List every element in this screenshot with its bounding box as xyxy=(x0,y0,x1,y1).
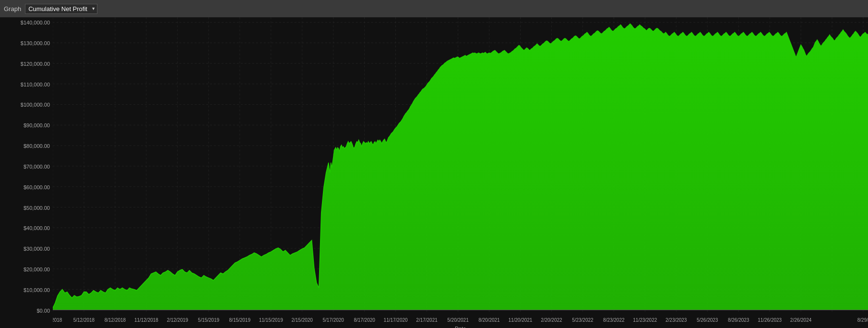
y-tick-14: $140,000.00 xyxy=(20,20,53,25)
y-tick-7: $70,000.00 xyxy=(20,164,53,170)
svg-text:2/15/2020: 2/15/2020 xyxy=(291,317,313,323)
svg-text:11/20/2021: 11/20/2021 xyxy=(508,317,532,323)
toolbar: Graph Cumulative Net Profit Net Profit D… xyxy=(0,0,868,17)
y-axis-labels: $140,000.00 $130,000.00 $120,000.00 $110… xyxy=(10,17,53,328)
chart-plot: 1/2/2018 5/12/2018 8/12/2018 11/12/2018 … xyxy=(53,17,868,328)
svg-text:11/26/2023: 11/26/2023 xyxy=(758,317,782,323)
svg-text:11/23/2022: 11/23/2022 xyxy=(633,317,657,323)
svg-text:8/20/2021: 8/20/2021 xyxy=(478,317,500,323)
svg-text:5/17/2020: 5/17/2020 xyxy=(322,317,344,323)
svg-text:8/12/2018: 8/12/2018 xyxy=(105,317,126,323)
svg-text:2/20/2022: 2/20/2022 xyxy=(541,317,562,323)
svg-text:5/26/2023: 5/26/2023 xyxy=(697,317,718,323)
chart-fill-area xyxy=(53,24,868,310)
svg-text:5/23/2022: 5/23/2022 xyxy=(572,317,594,323)
svg-text:8/23/2022: 8/23/2022 xyxy=(603,317,625,323)
svg-text:8/29/2024: 8/29/2024 xyxy=(857,317,868,323)
graph-type-select-wrapper[interactable]: Cumulative Net Profit Net Profit Drawdow… xyxy=(25,4,97,14)
graph-type-select[interactable]: Cumulative Net Profit Net Profit Drawdow… xyxy=(25,4,97,14)
chart-svg: 1/2/2018 5/12/2018 8/12/2018 11/12/2018 … xyxy=(53,17,868,328)
x-axis-labels: 1/2/2018 5/12/2018 8/12/2018 11/12/2018 … xyxy=(53,317,868,323)
y-tick-5: $50,000.00 xyxy=(20,205,53,211)
y-tick-8: $80,000.00 xyxy=(20,143,53,149)
y-tick-12: $120,000.00 xyxy=(20,61,53,67)
svg-text:5/12/2018: 5/12/2018 xyxy=(73,317,95,323)
svg-text:2/23/2023: 2/23/2023 xyxy=(666,317,687,323)
y-tick-1: $10,000.00 xyxy=(20,287,53,293)
y-tick-11: $110,000.00 xyxy=(20,82,53,87)
svg-text:5/15/2019: 5/15/2019 xyxy=(198,317,220,323)
svg-text:11/15/2019: 11/15/2019 xyxy=(259,317,283,323)
svg-text:1/2/2018: 1/2/2018 xyxy=(53,317,62,323)
svg-text:2/26/2024: 2/26/2024 xyxy=(790,317,812,323)
chart-container: Graph Cumulative Net Profit Net Profit D… xyxy=(0,0,868,328)
svg-text:8/26/2023: 8/26/2023 xyxy=(728,317,749,323)
y-tick-2: $20,000.00 xyxy=(20,267,53,272)
svg-text:2/12/2019: 2/12/2019 xyxy=(167,317,189,323)
y-tick-4: $40,000.00 xyxy=(20,225,53,231)
y-tick-13: $130,000.00 xyxy=(20,40,53,46)
svg-text:2/17/2021: 2/17/2021 xyxy=(416,317,438,323)
svg-text:8/17/2020: 8/17/2020 xyxy=(354,317,375,323)
y-tick-6: $60,000.00 xyxy=(20,184,53,190)
svg-text:11/17/2020: 11/17/2020 xyxy=(384,317,408,323)
svg-text:11/12/2018: 11/12/2018 xyxy=(134,317,158,323)
chart-area: Cumulative profit ($) $140,000.00 $130,0… xyxy=(0,17,868,328)
y-tick-10: $100,000.00 xyxy=(20,102,53,108)
y-tick-3: $30,000.00 xyxy=(20,246,53,252)
graph-label: Graph xyxy=(4,5,21,12)
y-tick-9: $90,000.00 xyxy=(20,122,53,128)
y-tick-0: $0.00 xyxy=(20,308,53,314)
x-axis-title: Date xyxy=(455,326,466,328)
svg-text:5/20/2021: 5/20/2021 xyxy=(447,317,469,323)
svg-text:8/15/2019: 8/15/2019 xyxy=(229,317,251,323)
